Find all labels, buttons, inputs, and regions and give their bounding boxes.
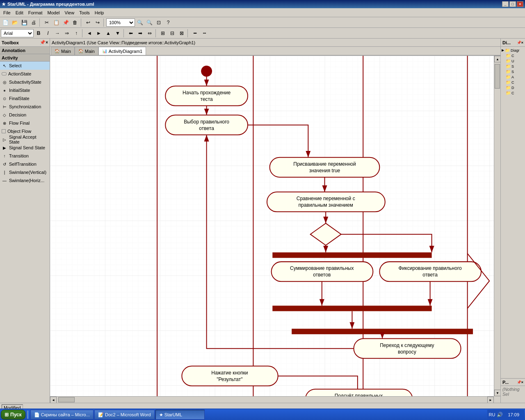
- tree-item-s2[interactable]: 📁 S: [502, 69, 524, 74]
- menu-tools[interactable]: Tools: [77, 9, 92, 17]
- svg-text:ответа: ответа: [422, 272, 438, 278]
- toolbox-transition[interactable]: ↑ Transition: [0, 152, 50, 160]
- scroll-down-button[interactable]: ▼: [494, 390, 500, 396]
- line2-button[interactable]: ┅: [200, 29, 209, 38]
- line1-button[interactable]: ━: [190, 29, 199, 38]
- align2-button[interactable]: ►: [94, 29, 103, 38]
- toolbox-initialstate[interactable]: ● InitialState: [0, 86, 50, 94]
- svg-rect-13: [165, 115, 248, 135]
- help-button[interactable]: ?: [164, 18, 173, 27]
- tree-item-s1[interactable]: 📁 S: [502, 64, 524, 69]
- format2-button[interactable]: ⊟: [168, 29, 177, 38]
- toolbox-objectflow[interactable]: Object Flow: [0, 127, 50, 135]
- toolbox-subactivitystate[interactable]: ◎ SubactivityState: [0, 78, 50, 86]
- taskbar-staruml[interactable]: ★ StarUML: [155, 410, 205, 420]
- zoom-in-button[interactable]: 🔍: [135, 18, 144, 27]
- scrollbar-horizontal[interactable]: ◄ ►: [50, 396, 494, 403]
- format1-button[interactable]: ⊞: [158, 29, 167, 38]
- close-button[interactable]: ×: [517, 1, 523, 7]
- size-button[interactable]: ⇔: [145, 29, 154, 38]
- toolbox-selftransition[interactable]: ↺ SelfTransition: [0, 160, 50, 168]
- bold-button[interactable]: B: [34, 29, 43, 38]
- toolbox-signalsend[interactable]: ▶ Signal Send State: [0, 144, 50, 152]
- move-right-button[interactable]: ➡: [136, 29, 145, 38]
- right-panel-close[interactable]: ×: [521, 41, 523, 45]
- props-pin[interactable]: 📌: [517, 380, 521, 384]
- toolbox-close[interactable]: ×: [46, 40, 48, 45]
- menu-model[interactable]: Model: [45, 9, 62, 17]
- italic-button[interactable]: I: [43, 29, 52, 38]
- fit-button[interactable]: ⊡: [154, 18, 163, 27]
- scroll-thumb-v[interactable]: [495, 64, 500, 89]
- scroll-up-button[interactable]: ▲: [494, 56, 500, 62]
- print-button[interactable]: 🖨: [29, 18, 38, 27]
- toolbox-finalstate[interactable]: ⊙ FinalState: [0, 94, 50, 103]
- toolbox-synchronization[interactable]: ⊢ Synchronization: [0, 103, 50, 111]
- separator5: [123, 29, 125, 37]
- format3-button[interactable]: ⊠: [177, 29, 186, 38]
- font-family-select[interactable]: Arial: [1, 29, 34, 37]
- zoom-out-button[interactable]: 🔍: [145, 18, 154, 27]
- taskbar-microsites[interactable]: 📄 Скрины сайта – Micro...: [30, 410, 94, 420]
- copy-button[interactable]: 📋: [52, 18, 61, 27]
- redo-button[interactable]: ↪: [93, 18, 102, 27]
- toolbox-actionstate[interactable]: ActionState: [0, 70, 50, 78]
- tab-activitydiagram1[interactable]: 📊 ActivityDiagram1: [98, 47, 146, 55]
- paste-button[interactable]: 📌: [61, 18, 70, 27]
- save-button[interactable]: 💾: [20, 18, 29, 27]
- toolbox-signalaccept[interactable]: ▷ Signal Accept State: [0, 135, 50, 144]
- minimize-button[interactable]: _: [502, 1, 509, 7]
- start-button[interactable]: ⊞ Пуск: [1, 410, 25, 420]
- tree-item-c2[interactable]: 📁 C: [502, 80, 524, 85]
- toolbox-select[interactable]: ↖ Select: [0, 62, 50, 70]
- toolbox-swimlane-h[interactable]: — Swimlane(Horiz...: [0, 176, 50, 185]
- diagram-canvas[interactable]: Начать прохождение теста Выбор правильно…: [50, 56, 500, 403]
- tree-item-c3[interactable]: 📁 C: [502, 90, 524, 96]
- scroll-right-button[interactable]: ►: [487, 397, 494, 403]
- toolbox-swimlane-v[interactable]: | Swimlane(Vertical): [0, 168, 50, 176]
- tree-item-a[interactable]: 📁 A: [502, 74, 524, 80]
- align4-button[interactable]: ▼: [113, 29, 122, 38]
- scrollbar-vertical[interactable]: ▲ ▼: [494, 56, 500, 396]
- menu-format[interactable]: Format: [26, 9, 45, 17]
- arrow2-button[interactable]: ⇒: [62, 29, 71, 38]
- toolbox-pin[interactable]: 📌: [40, 40, 46, 45]
- undo-button[interactable]: ↩: [84, 18, 93, 27]
- svg-text:"Результат": "Результат": [217, 377, 242, 382]
- tree-folder-c1: 📁: [506, 53, 511, 58]
- taskbar-word[interactable]: 📝 Doc2 – Microsoft Word: [94, 410, 155, 420]
- toolbox-section-activity[interactable]: Activity: [0, 54, 50, 62]
- tab-main2[interactable]: 🏠 Main: [75, 47, 98, 55]
- scroll-thumb-h[interactable]: [58, 397, 75, 402]
- toolbox-flowfinal[interactable]: ⊗ Flow Final: [0, 119, 50, 127]
- tree-item-d[interactable]: 📁 D: [502, 85, 524, 90]
- toolbox-decision[interactable]: ◇ Decision: [0, 111, 50, 119]
- scroll-left-button[interactable]: ◄: [50, 397, 57, 403]
- props-close[interactable]: ×: [521, 380, 523, 384]
- menu-file[interactable]: File: [1, 9, 13, 17]
- cut-button[interactable]: ✂: [42, 18, 51, 27]
- tree-item-diagr[interactable]: ▶ 📁 Diagr: [502, 48, 524, 53]
- tree-item-u[interactable]: 📁 U: [502, 58, 524, 64]
- align1-button[interactable]: ◄: [85, 29, 94, 38]
- tree-expand[interactable]: ▶: [502, 48, 504, 52]
- menu-help[interactable]: Help: [92, 9, 107, 17]
- align3-button[interactable]: ▲: [104, 29, 113, 38]
- toolbox-section-annotation[interactable]: Annotation: [0, 47, 50, 54]
- menu-view[interactable]: View: [62, 9, 77, 17]
- delete-button[interactable]: 🗑: [71, 18, 80, 27]
- arrow3-button[interactable]: ↑: [72, 29, 81, 38]
- tree-item-c1[interactable]: 📁 C: [502, 53, 524, 58]
- right-panel-pin[interactable]: 📌: [517, 41, 521, 45]
- tree-folder-c3: 📁: [506, 91, 511, 95]
- open-button[interactable]: 📂: [10, 18, 19, 27]
- arrow1-button[interactable]: →: [53, 29, 62, 38]
- svg-rect-16: [270, 158, 380, 177]
- maximize-button[interactable]: □: [509, 1, 516, 7]
- zoom-select[interactable]: 100% 75% 50% 150%: [106, 18, 135, 27]
- menu-edit[interactable]: Edit: [13, 9, 26, 17]
- svg-text:ответа: ответа: [199, 126, 214, 131]
- move-left-button[interactable]: ⬅: [126, 29, 135, 38]
- tab-main1[interactable]: 🏠 Main: [51, 47, 75, 55]
- new-button[interactable]: 📄: [1, 18, 10, 27]
